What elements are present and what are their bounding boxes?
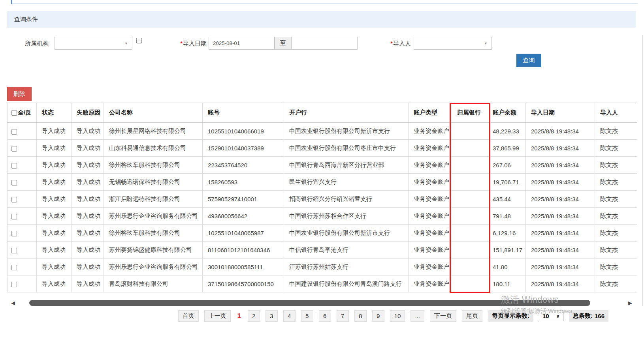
cell-importer: 陈文杰 [595, 208, 637, 225]
row-checkbox[interactable] [11, 282, 17, 287]
importer-select[interactable]: ▼ [414, 37, 492, 50]
cell-status: 导入成功 [37, 259, 72, 275]
row-checkbox[interactable] [11, 180, 17, 185]
cell-bank-branch: 民生银行宜兴支行 [284, 174, 409, 191]
cell-bank-branch: 江苏银行苏州姑苏支行 [284, 259, 409, 275]
date-to-input[interactable] [291, 37, 358, 50]
scroll-right-icon[interactable]: ▶ [628, 300, 632, 306]
prev-page-button[interactable]: 上一页 [204, 310, 231, 322]
horizontal-scrollbar-thumb[interactable] [29, 300, 590, 306]
cell-owning-bank [452, 225, 490, 242]
date-from-input[interactable] [209, 37, 275, 50]
cell-company: 青岛滚财科技有限公司 [104, 275, 203, 292]
cell-owning-bank [452, 259, 490, 275]
current-page[interactable]: 1 [236, 313, 242, 320]
delete-button[interactable]: 删除 [7, 87, 32, 101]
cell-account: 30010188000585111 [203, 259, 284, 275]
header-import-date: 导入日期 [526, 103, 595, 123]
cell-account-type: 业务资金账户 [409, 140, 452, 157]
cell-company: 浙江启盼远特科技有限公司 [104, 191, 203, 208]
cell-account: 37150198645700000150 [203, 275, 284, 292]
cell-bank-branch: 中国农业银行股份有限公司新沂市支行 [284, 225, 409, 242]
org-select[interactable]: ▼ [55, 37, 132, 50]
total-count-chip: 总条数: 166 [569, 310, 608, 322]
page-button[interactable]: 8 [354, 310, 367, 322]
page-button[interactable]: 6 [319, 310, 331, 322]
cell-import-date: 2025/8/8 19:48:34 [526, 140, 595, 157]
cell-account: 8110601012101640346 [203, 242, 284, 259]
row-checkbox[interactable] [11, 129, 17, 135]
row-checkbox[interactable] [11, 231, 17, 236]
cell-importer: 陈文杰 [595, 242, 637, 259]
cell-owning-bank [452, 174, 490, 191]
row-checkbox[interactable] [11, 197, 17, 202]
search-button[interactable]: 查询 [516, 54, 541, 67]
cell-fail-reason: 导入成功 [72, 140, 104, 157]
header-importer: 导入人 [595, 103, 637, 123]
page-button[interactable]: 7 [337, 310, 349, 322]
query-panel: 查询条件 所属机构 ▼ *导入日期 至 *导入人 ▼ 查询 [7, 11, 636, 78]
vertical-scrollbar[interactable] [642, 35, 643, 306]
page-button[interactable]: 4 [283, 310, 296, 322]
cell-bank-branch: 中国建设银行股份有限公司青岛澳门路支行 [284, 275, 409, 292]
first-page-button[interactable]: 首页 [178, 310, 199, 322]
header-balance: 账户余额 [490, 103, 526, 123]
cell-fail-reason: 导入成功 [72, 208, 104, 225]
cell-account: 10255101040066019 [203, 123, 284, 140]
header-company: 公司名称 [104, 103, 203, 123]
table-row: 导入成功导入成功苏州乐思行企业咨询服务有限公司30010188000585111… [8, 259, 637, 275]
cell-account-type: 业务资金账户 [409, 208, 452, 225]
row-checkbox[interactable] [11, 163, 17, 169]
cell-company: 山东科易通信息技术有限公司 [104, 140, 203, 157]
page-button[interactable]: 3 [266, 310, 278, 322]
table-row: 导入成功导入成功苏州乐思行企业咨询服务有限公司493680056642中国银行苏… [8, 208, 637, 225]
header-owning-bank: 归属银行 [452, 103, 490, 123]
cell-owning-bank [452, 275, 490, 292]
cell-select [8, 208, 37, 225]
page-button[interactable]: 10 [390, 310, 405, 322]
cell-fail-reason: 导入成功 [72, 191, 104, 208]
row-checkbox[interactable] [11, 214, 17, 219]
cell-balance: 6,129.16 [490, 225, 526, 242]
cell-importer: 陈文杰 [595, 225, 637, 242]
cell-importer: 陈文杰 [595, 191, 637, 208]
cell-company: 苏州赛扬锦盛健康科技有限公司 [104, 242, 203, 259]
page-size-select[interactable]: 10 ∨ [539, 311, 563, 321]
org-label: 所属机构 [25, 37, 49, 50]
table-row: 导入成功导入成功徐州榕玖车服科技有限公司223453764520中国银行青岛西海… [8, 157, 637, 174]
scroll-left-icon[interactable]: ◀ [11, 300, 15, 306]
table-row: 导入成功导入成功徐州长展星网络科技有限公司10255101040066019中国… [8, 123, 637, 140]
cell-account-type: 业务资金账户 [409, 174, 452, 191]
cell-fail-reason: 导入成功 [72, 275, 104, 292]
last-page-button[interactable]: 尾页 [462, 310, 482, 322]
page-button[interactable]: 5 [301, 310, 313, 322]
select-all-checkbox[interactable] [11, 110, 17, 116]
cell-account: 15290101040037389 [203, 140, 284, 157]
cell-balance: 267.06 [490, 157, 526, 174]
cell-import-date: 2025/8/8 19:48:34 [526, 191, 595, 208]
next-page-button[interactable]: 下一页 [430, 310, 456, 322]
ellipsis-button[interactable]: ... [411, 310, 424, 322]
cell-account-type: 业务资金账户 [409, 157, 452, 174]
cell-balance: 151,891.17 [490, 242, 526, 259]
row-checkbox[interactable] [11, 146, 17, 152]
cell-import-date: 2025/8/8 19:48:34 [526, 123, 595, 140]
row-checkbox[interactable] [11, 265, 17, 270]
page-button[interactable]: 9 [372, 310, 384, 322]
cell-company: 苏州乐思行企业咨询服务有限公司 [104, 259, 203, 275]
cell-importer: 陈文杰 [595, 123, 637, 140]
cell-status: 导入成功 [37, 225, 72, 242]
page-button[interactable]: 2 [248, 310, 260, 322]
row-checkbox[interactable] [11, 248, 17, 253]
cell-import-date: 2025/8/8 19:48:34 [526, 208, 595, 225]
cell-owning-bank [452, 191, 490, 208]
table-row: 导入成功导入成功徐州榕玖车服科技有限公司10255101040065987中国农… [8, 225, 637, 242]
cell-importer: 陈文杰 [595, 140, 637, 157]
cell-status: 导入成功 [37, 275, 72, 292]
cell-account: 10255101040065987 [203, 225, 284, 242]
table-row: 导入成功导入成功青岛滚财科技有限公司37150198645700000150中国… [8, 275, 637, 292]
cell-select [8, 225, 37, 242]
horizontal-scrollbar[interactable]: ◀ ▶ [11, 300, 632, 306]
table-row: 导入成功导入成功无锡畅迅诺保科技有限公司158260593民生银行宜兴支行业务资… [8, 174, 637, 191]
org-checkbox[interactable] [136, 38, 142, 43]
